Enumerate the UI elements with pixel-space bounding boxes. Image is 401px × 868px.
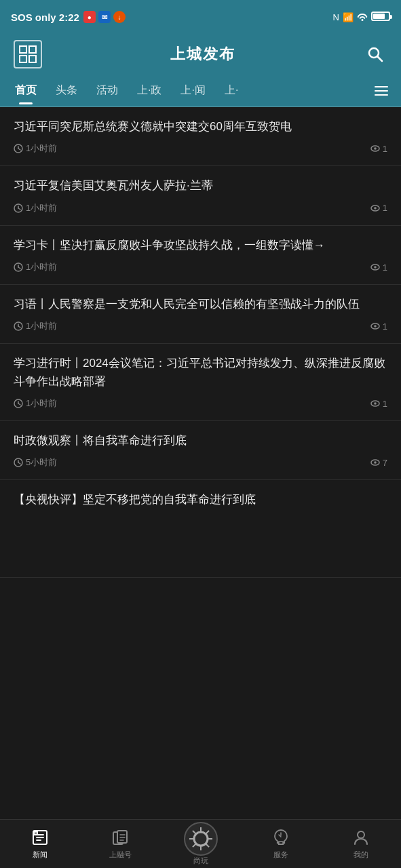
news-title: 习近平复信美国艾奥瓦州友人萨拉·兰蒂 bbox=[14, 177, 387, 195]
status-time: SOS only 2:22 bbox=[11, 12, 79, 23]
bottom-nav-news[interactable]: 新闻 bbox=[0, 820, 80, 868]
bottom-nav-news-label: 新闻 bbox=[33, 850, 47, 860]
svg-line-26 bbox=[18, 326, 20, 328]
app-icon-blue: ✉ bbox=[98, 11, 111, 23]
svg-rect-0 bbox=[20, 46, 26, 53]
svg-line-56 bbox=[206, 844, 209, 847]
tab-more-partial[interactable]: 上· bbox=[215, 78, 248, 103]
news-views: 1 bbox=[370, 399, 387, 409]
status-app-icons: ● ✉ ↓ bbox=[83, 11, 126, 23]
svg-line-31 bbox=[18, 403, 20, 405]
app-icon-orange: ↓ bbox=[113, 11, 126, 23]
news-item[interactable]: 学习进行时丨2024会议笔记：习近平总书记对持续发力、纵深推进反腐败斗争作出战略… bbox=[0, 344, 401, 421]
svg-line-21 bbox=[18, 267, 20, 269]
news-meta: 1小时前 1 bbox=[14, 261, 387, 273]
svg-rect-2 bbox=[29, 46, 36, 53]
news-title: 习语丨人民警察是一支党和人民完全可以信赖的有坚强战斗力的队伍 bbox=[14, 296, 387, 313]
news-item[interactable]: 习近平同突尼斯总统赛义德就中突建交60周年互致贺电 1小时前 1 bbox=[0, 107, 401, 166]
bottom-nav-service[interactable]: 服务 bbox=[241, 820, 321, 868]
clock-icon bbox=[14, 399, 23, 408]
search-button[interactable] bbox=[363, 42, 387, 66]
news-time: 1小时前 bbox=[14, 202, 57, 214]
news-item[interactable]: 习语丨人民警察是一支党和人民完全可以信赖的有坚强战斗力的队伍 1小时前 1 bbox=[0, 285, 401, 344]
svg-line-36 bbox=[18, 462, 20, 464]
tab-activity[interactable]: 活动 bbox=[87, 78, 128, 103]
news-views: 7 bbox=[370, 458, 387, 468]
news-title: 【央视快评】坚定不移把党的自我革命进行到底 bbox=[14, 491, 387, 509]
status-bar: SOS only 2:22 ● ✉ ↓ N 📶 bbox=[0, 0, 401, 34]
svg-rect-3 bbox=[29, 56, 36, 62]
eye-icon bbox=[370, 203, 380, 213]
tab-home[interactable]: 首页 bbox=[5, 78, 46, 103]
clock-icon bbox=[14, 203, 23, 213]
nav-tabs: 首页 头条 活动 上·政 上·闻 上· bbox=[0, 75, 401, 107]
news-time: 1小时前 bbox=[14, 397, 57, 410]
app-title: 上城发布 bbox=[170, 44, 235, 64]
merge-icon bbox=[111, 828, 130, 847]
news-title: 学习卡丨坚决打赢反腐败斗争攻坚战持久战，一组数字读懂→ bbox=[14, 237, 387, 254]
clock-icon bbox=[14, 262, 23, 272]
news-time: 1小时前 bbox=[14, 320, 57, 332]
app-icon-red: ● bbox=[83, 11, 96, 23]
signal-icon: 📶 bbox=[343, 12, 354, 22]
bottom-nav-merge-label: 上融号 bbox=[109, 850, 132, 860]
profile-icon bbox=[351, 828, 370, 847]
svg-line-55 bbox=[192, 831, 195, 834]
service-icon bbox=[271, 828, 290, 847]
bottom-nav-play-label: 尚玩 bbox=[193, 856, 208, 866]
news-item[interactable]: 学习卡丨坚决打赢反腐败斗争攻坚战持久战，一组数字读懂→ 1小时前 1 bbox=[0, 226, 401, 285]
news-meta: 1小时前 1 bbox=[14, 397, 387, 410]
svg-point-38 bbox=[374, 462, 377, 465]
app-header: 上城发布 bbox=[0, 34, 401, 75]
status-right-icons: N 📶 bbox=[333, 12, 390, 23]
svg-point-33 bbox=[374, 402, 377, 405]
news-meta: 5小时前 7 bbox=[14, 456, 387, 469]
news-meta: 1小时前 1 bbox=[14, 202, 387, 214]
battery-indicator bbox=[371, 12, 390, 23]
news-item[interactable]: 习近平复信美国艾奥瓦州友人萨拉·兰蒂 1小时前 1 bbox=[0, 166, 401, 225]
svg-line-57 bbox=[206, 831, 209, 834]
bottom-nav-merge[interactable]: 上融号 bbox=[80, 820, 160, 868]
news-item[interactable]: 【央视快评】坚定不移把党的自我革命进行到底 bbox=[0, 480, 401, 577]
status-left: SOS only 2:22 ● ✉ ↓ bbox=[11, 11, 126, 23]
shutter-icon bbox=[184, 822, 218, 856]
svg-line-58 bbox=[192, 844, 195, 847]
eye-icon bbox=[370, 144, 380, 153]
clock-icon bbox=[14, 144, 23, 153]
tab-politics[interactable]: 上·政 bbox=[128, 78, 171, 103]
news-meta: 1小时前 1 bbox=[14, 320, 387, 332]
news-list: 习近平同突尼斯总统赛义德就中突建交60周年互致贺电 1小时前 1 习近平复信美国… bbox=[0, 107, 401, 578]
tab-headline[interactable]: 头条 bbox=[46, 78, 87, 103]
tab-news[interactable]: 上·闻 bbox=[171, 78, 214, 103]
news-time: 1小时前 bbox=[14, 142, 57, 155]
eye-icon bbox=[370, 262, 380, 272]
news-title: 时政微观察丨将自我革命进行到底 bbox=[14, 432, 387, 450]
news-views: 1 bbox=[370, 144, 387, 154]
svg-point-13 bbox=[374, 148, 377, 151]
nav-menu-button[interactable] bbox=[367, 78, 396, 104]
nfc-icon: N bbox=[333, 12, 339, 22]
news-meta: 1小时前 1 bbox=[14, 142, 387, 155]
news-title: 学习进行时丨2024会议笔记：习近平总书记对持续发力、纵深推进反腐败斗争作出战略… bbox=[14, 355, 387, 391]
svg-rect-46 bbox=[117, 831, 127, 843]
svg-line-16 bbox=[18, 208, 20, 210]
bottom-nav: 新闻 上融号 bbox=[0, 819, 401, 868]
news-icon bbox=[31, 828, 50, 847]
app-logo bbox=[14, 40, 42, 68]
news-item[interactable]: 时政微观察丨将自我革命进行到底 5小时前 7 bbox=[0, 421, 401, 480]
bottom-nav-profile-label: 我的 bbox=[354, 850, 368, 860]
bottom-nav-play[interactable]: 尚玩 bbox=[160, 820, 240, 868]
news-views: 1 bbox=[370, 321, 387, 332]
svg-point-23 bbox=[374, 266, 377, 269]
eye-icon bbox=[370, 458, 380, 467]
news-title: 习近平同突尼斯总统赛义德就中突建交60周年互致贺电 bbox=[14, 118, 387, 136]
clock-icon bbox=[14, 321, 23, 331]
news-time: 5小时前 bbox=[14, 456, 57, 469]
bottom-nav-profile[interactable]: 我的 bbox=[321, 820, 401, 868]
svg-point-28 bbox=[374, 326, 377, 328]
news-views: 1 bbox=[370, 203, 387, 213]
wifi-icon bbox=[357, 12, 368, 23]
clock-icon bbox=[14, 458, 23, 467]
svg-point-62 bbox=[358, 831, 364, 838]
svg-point-50 bbox=[194, 832, 208, 846]
